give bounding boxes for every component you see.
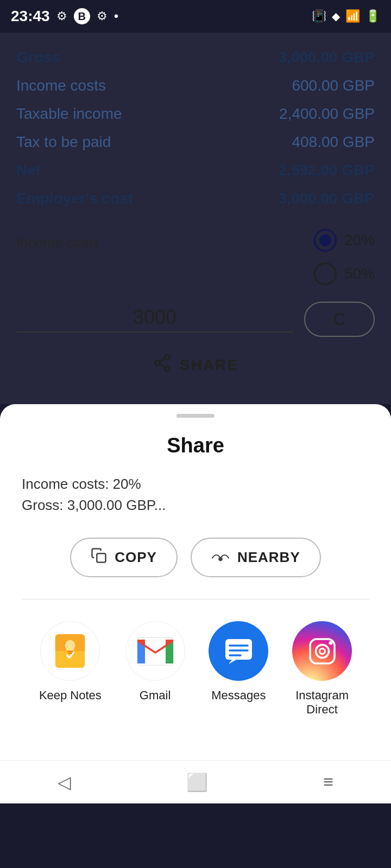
home-button[interactable]: ⬜: [186, 772, 208, 793]
svg-point-11: [65, 640, 75, 651]
share-actions: COPY NEARBY: [22, 538, 369, 577]
sheet-handle: [176, 414, 215, 418]
status-bar: 23:43 ⚙ B ⚙ • 📳 ◆ 📶 🔋: [0, 0, 391, 33]
svg-line-3: [160, 364, 165, 367]
clear-button[interactable]: C: [304, 302, 375, 337]
svg-point-2: [165, 366, 169, 371]
finance-label: Gross: [16, 49, 60, 66]
radio-50-circle[interactable]: [314, 263, 337, 285]
share-preview: Income costs: 20% Gross: 3,000.00 GBP...: [22, 474, 369, 516]
radio-section: Income costs 20% 50%: [16, 229, 375, 285]
back-button[interactable]: ◁: [58, 772, 71, 793]
preview-line2: Gross: 3,000.00 GBP...: [22, 497, 166, 513]
nav-bar: ◁ ⬜ ≡: [0, 760, 391, 803]
finance-value: 3,000.00 GBP: [279, 49, 375, 66]
app-item-gmail[interactable]: Gmail: [125, 621, 185, 703]
finance-row: Employer's cost3,000.00 GBP: [16, 184, 375, 213]
nearby-label: NEARBY: [237, 549, 300, 566]
keep-notes-icon-circle: [40, 621, 100, 681]
svg-point-22: [316, 644, 329, 658]
radio-20-circle[interactable]: [314, 229, 337, 252]
gmail-icon-circle: [125, 621, 185, 681]
amount-input[interactable]: [16, 306, 293, 333]
finance-value: 600.00 GBP: [292, 77, 375, 94]
svg-point-23: [319, 648, 325, 654]
sheet-title: Share: [22, 434, 369, 457]
status-time: 23:43: [11, 8, 50, 25]
dot-icon: •: [114, 9, 118, 24]
radio-label: Income costs: [16, 234, 99, 251]
preview-line1: Income costs: 20%: [22, 476, 141, 492]
finance-row: Net2,592.00 GBP: [16, 156, 375, 184]
finance-label: Tax to be paid: [16, 133, 111, 151]
copy-icon: [91, 547, 107, 567]
nearby-icon: [211, 547, 230, 567]
share-label: SHARE: [180, 356, 238, 374]
instagram-label-2: Direct: [295, 703, 349, 717]
app-item-keep-notes[interactable]: Keep Notes: [39, 621, 102, 703]
app-item-instagram[interactable]: Instagram Direct: [292, 621, 352, 717]
finance-row: Taxable income2,400.00 GBP: [16, 100, 375, 128]
copy-button[interactable]: COPY: [70, 538, 178, 577]
vibrate-icon: 📳: [312, 9, 326, 23]
keep-notes-label: Keep Notes: [39, 688, 102, 703]
bold-icon: B: [74, 8, 90, 24]
svg-rect-17: [225, 639, 252, 660]
finance-label: Employer's cost: [16, 190, 133, 207]
finance-label: Taxable income: [16, 105, 122, 123]
messages-icon-circle: [209, 621, 268, 681]
share-button-row: SHARE: [16, 353, 375, 377]
nearby-button[interactable]: NEARBY: [191, 538, 321, 577]
finance-value: 408.00 GBP: [292, 133, 375, 151]
app-icons-row: Keep Notes Gmail: [22, 621, 369, 717]
menu-button[interactable]: ≡: [323, 772, 333, 792]
divider: [22, 599, 369, 599]
finance-row: Income costs600.00 GBP: [16, 72, 375, 100]
instagram-icon-circle: [292, 621, 352, 681]
finance-value: 2,592.00 GBP: [279, 162, 375, 179]
messages-label: Messages: [211, 688, 266, 703]
finance-value: 2,400.00 GBP: [279, 105, 375, 123]
finance-row: Tax to be paid408.00 GBP: [16, 128, 375, 156]
svg-line-4: [160, 359, 165, 362]
app-background: Gross3,000.00 GBPIncome costs600.00 GBPT…: [0, 33, 391, 404]
copy-label: COPY: [115, 549, 157, 566]
radio-20[interactable]: 20%: [314, 229, 375, 252]
svg-point-24: [329, 641, 332, 644]
gear-icon-1: ⚙: [56, 9, 67, 23]
svg-point-0: [165, 355, 169, 360]
app-item-messages[interactable]: Messages: [209, 621, 268, 703]
radio-options: 20% 50%: [314, 229, 375, 285]
instagram-label: Instagram Direct: [295, 688, 349, 717]
input-section: C: [16, 302, 375, 337]
radio-20-label: 20%: [344, 232, 375, 249]
instagram-label-1: Instagram: [295, 688, 349, 703]
wifi-icon: 📶: [345, 9, 360, 23]
finance-label: Net: [16, 162, 41, 179]
finance-row: Gross3,000.00 GBP: [16, 43, 375, 72]
radio-50-label: 50%: [344, 265, 375, 283]
svg-rect-5: [97, 553, 106, 562]
share-icon: [153, 353, 172, 377]
share-sheet: Share Income costs: 20% Gross: 3,000.00 …: [0, 404, 391, 760]
radio-50[interactable]: 50%: [314, 263, 375, 285]
signal-icon: ◆: [332, 10, 340, 23]
gear-icon-2: ⚙: [97, 9, 108, 23]
finance-value: 3,000.00 GBP: [279, 190, 375, 207]
gmail-label: Gmail: [140, 688, 171, 703]
finance-table: Gross3,000.00 GBPIncome costs600.00 GBPT…: [16, 43, 375, 213]
share-button[interactable]: SHARE: [153, 353, 238, 377]
svg-point-1: [155, 361, 160, 366]
finance-label: Income costs: [16, 77, 106, 94]
battery-icon: 🔋: [365, 9, 380, 23]
svg-point-6: [219, 558, 222, 561]
